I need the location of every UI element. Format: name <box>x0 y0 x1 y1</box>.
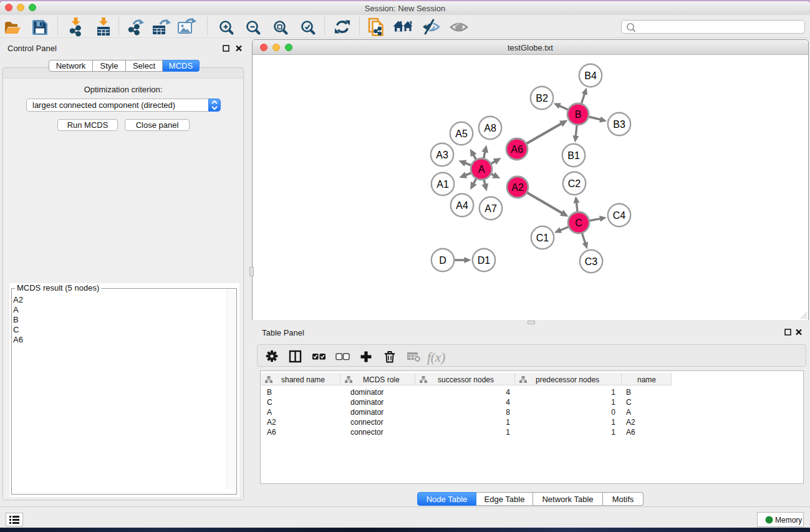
svg-text:C3: C3 <box>585 256 598 267</box>
svg-text:B1: B1 <box>567 150 580 161</box>
svg-text:shared name: shared name <box>281 375 325 384</box>
svg-text:B2: B2 <box>536 93 548 104</box>
svg-text:A: A <box>478 164 485 175</box>
svg-text:A8: A8 <box>484 123 496 133</box>
svg-text:C1: C1 <box>536 233 549 243</box>
svg-text:D: D <box>439 255 446 266</box>
svg-text:D1: D1 <box>478 255 491 266</box>
svg-text:A4: A4 <box>456 200 468 211</box>
svg-text:A1: A1 <box>436 179 449 190</box>
svg-text:predecessor nodes: predecessor nodes <box>536 375 599 384</box>
svg-text:B4: B4 <box>584 70 597 81</box>
svg-text:A7: A7 <box>485 203 497 214</box>
svg-text:MCDS role: MCDS role <box>363 375 400 384</box>
svg-text:A5: A5 <box>455 128 468 139</box>
svg-text:C2: C2 <box>568 178 581 189</box>
svg-text:B3: B3 <box>613 119 625 130</box>
svg-text:C4: C4 <box>613 210 626 221</box>
svg-text:A6: A6 <box>511 144 523 155</box>
svg-text:f(x): f(x) <box>427 350 445 365</box>
svg-text:B: B <box>575 109 582 120</box>
svg-text:A2: A2 <box>511 182 524 193</box>
svg-text:C: C <box>575 218 582 228</box>
svg-text:A3: A3 <box>436 150 448 160</box>
svg-text:successor nodes: successor nodes <box>438 375 494 384</box>
svg-text:name: name <box>637 375 656 384</box>
